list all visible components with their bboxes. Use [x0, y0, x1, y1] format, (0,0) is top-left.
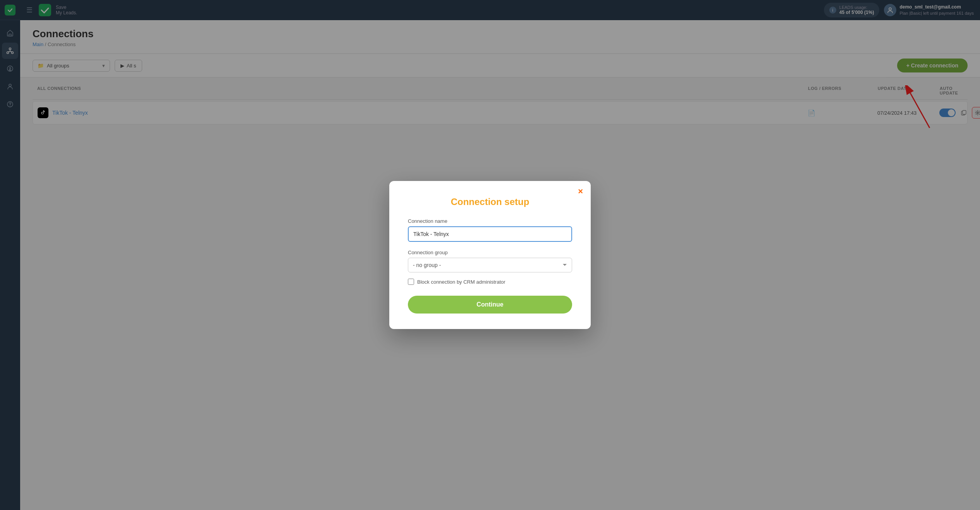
modal-close-button[interactable]: × [578, 187, 583, 196]
connection-group-select[interactable]: - no group - [408, 258, 572, 272]
block-connection-checkbox[interactable] [408, 279, 414, 285]
connection-group-label: Connection group [408, 250, 572, 255]
connection-setup-modal: × Connection setup Connection name Conne… [389, 181, 591, 329]
block-checkbox-row: Block connection by CRM administrator [408, 279, 572, 285]
connection-name-label: Connection name [408, 218, 572, 224]
connection-name-input[interactable] [408, 226, 572, 242]
modal-overlay: × Connection setup Connection name Conne… [0, 0, 980, 510]
continue-button[interactable]: Continue [408, 296, 572, 314]
block-connection-label: Block connection by CRM administrator [417, 279, 505, 285]
modal-title: Connection setup [408, 196, 572, 207]
